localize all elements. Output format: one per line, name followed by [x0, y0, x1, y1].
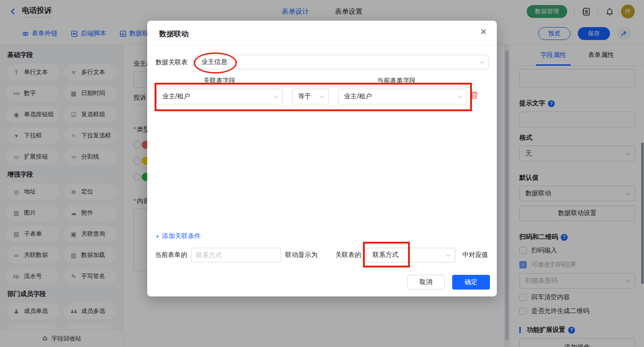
relation-table-select[interactable]: 业主信息: [196, 55, 489, 69]
chevron-down-icon: [458, 94, 462, 98]
condition-left-select-value: 业主/租户: [162, 92, 190, 101]
column-header-relation-field: 关联表字段: [203, 77, 236, 85]
relation-of-label: 关联表的: [335, 248, 361, 262]
chevron-down-icon: [446, 252, 451, 257]
add-condition-link[interactable]: + 添加关联条件: [155, 232, 201, 240]
delete-condition-button[interactable]: [470, 91, 478, 99]
condition-right-select-value: 业主/租户: [344, 92, 372, 101]
current-form-label: 当前表单的: [155, 248, 187, 262]
trash-icon: [470, 91, 478, 99]
relation-field-select[interactable]: 联系方式: [367, 248, 455, 262]
chevron-down-icon: [480, 59, 484, 64]
suffix-label: 中对应值: [462, 248, 488, 262]
column-header-current-field: 当前表单字段: [377, 77, 416, 85]
relation-table-label: 数据关联表: [155, 58, 188, 67]
display-as-label: 联动显示为: [285, 248, 317, 262]
condition-operator-select[interactable]: 等于: [292, 89, 329, 104]
add-condition-label: 添加关联条件: [162, 232, 201, 240]
condition-operator-value: 等于: [298, 92, 311, 101]
close-icon[interactable]: ×: [480, 26, 487, 37]
relation-field-select-value: 联系方式: [373, 251, 398, 259]
chevron-down-icon: [320, 94, 324, 98]
condition-right-select[interactable]: 业主/租户: [338, 89, 467, 104]
modal-title: 数据联动: [159, 29, 189, 39]
modal-header: 数据联动 ×: [147, 21, 497, 46]
relation-table-select-value: 业主信息: [201, 58, 227, 66]
cancel-button[interactable]: 取消: [407, 275, 445, 290]
plus-icon: +: [155, 233, 159, 240]
confirm-button[interactable]: 确定: [452, 275, 490, 290]
chevron-down-icon: [274, 94, 278, 98]
condition-left-select[interactable]: 业主/租户: [156, 89, 283, 104]
data-linkage-modal: 数据联动 × 数据关联表 业主信息 关联表字段 当前表单字段 业主/租户 等于 …: [147, 21, 497, 296]
current-form-field-input[interactable]: [191, 248, 281, 262]
